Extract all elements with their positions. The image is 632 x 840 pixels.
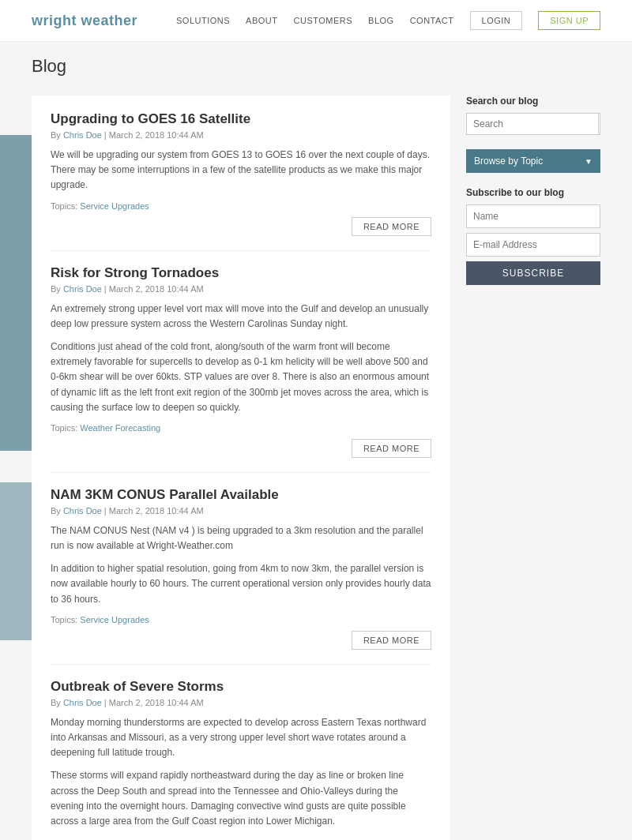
- post-4-body2: These storms will expand rapidly northea…: [51, 768, 431, 829]
- post-1-author[interactable]: Chris Doe: [63, 130, 102, 140]
- browse-dropdown[interactable]: Browse by Topic ▼: [466, 149, 600, 173]
- post-4-meta: By Chris Doe | March 2, 2018 10:44 AM: [51, 698, 431, 707]
- email-input[interactable]: [466, 233, 600, 257]
- post-4-body1: Monday morning thunderstorms are expecte…: [51, 715, 431, 761]
- post-4-body3: Model guidance has converged on a soluti…: [51, 837, 431, 840]
- post-3-topics: Topics: Service Upgrades: [51, 615, 431, 624]
- post-4-author[interactable]: Chris Doe: [63, 698, 102, 707]
- post-1-footer: READ MORE: [51, 217, 431, 236]
- post-3-topic-1[interactable]: Service Upgrades: [80, 615, 149, 624]
- post-1-meta: By Chris Doe | March 2, 2018 10:44 AM: [51, 130, 431, 140]
- blog-post-3: NAM 3KM CONUS Parallel Available By Chri…: [51, 487, 431, 665]
- nav-contact[interactable]: CONTACT: [410, 16, 454, 25]
- post-3-read-more[interactable]: READ MORE: [352, 631, 431, 650]
- logo-text: wright weather: [32, 13, 137, 28]
- post-1-topics-label: Topics:: [51, 201, 77, 211]
- post-4-title: Outbreak of Severe Storms: [51, 679, 431, 695]
- login-button[interactable]: LOGIN: [470, 11, 523, 30]
- post-3-body1: The NAM CONUS Nest (NAM v4 ) is being up…: [51, 523, 431, 553]
- post-1-title: Upgrading to GOES 16 Satellite: [51, 111, 431, 127]
- page-title: Blog: [32, 56, 600, 77]
- post-2-body1: An extremely strong upper level vort max…: [51, 302, 431, 332]
- header: wright weather SOLUTIONS ABOUT CUSTOMERS…: [0, 0, 632, 42]
- subscribe-section: Subscribe to our blog SUBSCRIBE: [466, 187, 600, 285]
- post-2-meta: By Chris Doe | March 2, 2018 10:44 AM: [51, 284, 431, 294]
- search-section-label: Search our blog: [466, 96, 600, 107]
- blog-post-2: Risk for Strong Tornadoes By Chris Doe |…: [51, 265, 431, 473]
- nav-customers[interactable]: CUSTOMERS: [294, 16, 353, 25]
- browse-dropdown-wrapper: Browse by Topic ▼: [466, 149, 600, 173]
- blog-content: Upgrading to GOES 16 Satellite By Chris …: [32, 96, 450, 840]
- post-3-topics-label: Topics:: [51, 615, 77, 624]
- post-1-read-more[interactable]: READ MORE: [352, 217, 431, 236]
- inner-container: Upgrading to GOES 16 Satellite By Chris …: [32, 96, 600, 840]
- blog-post-1: Upgrading to GOES 16 Satellite By Chris …: [51, 111, 431, 251]
- post-2-read-more[interactable]: READ MORE: [352, 439, 431, 458]
- post-3-footer: READ MORE: [51, 631, 431, 650]
- post-2-date: March 2, 2018 10:44 AM: [109, 284, 204, 294]
- post-2-topics: Topics: Weather Forecasting: [51, 423, 431, 433]
- subscribe-button[interactable]: SUBSCRIBE: [466, 261, 600, 285]
- post-1-topic-1[interactable]: Service Upgrades: [80, 201, 149, 211]
- post-1-body: We will be upgrading our system from GOE…: [51, 148, 431, 193]
- post-2-footer: READ MORE: [51, 439, 431, 458]
- search-section: Search our blog 🔍: [466, 96, 600, 135]
- post-2-body2: Conditions just ahead of the cold front,…: [51, 339, 431, 415]
- content-area: Upgrading to GOES 16 Satellite By Chris …: [0, 88, 632, 840]
- dropdown-arrow-icon: ▼: [585, 157, 592, 166]
- post-2-topics-label: Topics:: [51, 423, 77, 433]
- post-4-date: March 2, 2018 10:44 AM: [109, 698, 204, 707]
- post-3-date: March 2, 2018 10:44 AM: [109, 506, 204, 516]
- subscribe-section-label: Subscribe to our blog: [466, 187, 600, 198]
- search-button[interactable]: 🔍: [598, 114, 600, 134]
- blog-post-4: Outbreak of Severe Storms By Chris Doe |…: [51, 679, 431, 840]
- post-2-title: Risk for Strong Tornadoes: [51, 265, 431, 281]
- post-1-date: March 2, 2018 10:44 AM: [109, 130, 204, 140]
- nav-blog[interactable]: BLOG: [368, 16, 394, 25]
- browse-section: Browse by Topic ▼: [466, 149, 600, 173]
- sidebar: Search our blog 🔍 Browse by Topic ▼: [466, 96, 600, 840]
- post-3-body2: In addition to higher spatial resolution…: [51, 561, 431, 607]
- post-2-author[interactable]: Chris Doe: [63, 284, 102, 294]
- name-input[interactable]: [466, 204, 600, 228]
- post-2-topic-1[interactable]: Weather Forecasting: [80, 423, 160, 433]
- search-box: 🔍: [466, 113, 600, 135]
- nav-about[interactable]: ABOUT: [246, 16, 277, 25]
- post-3-author[interactable]: Chris Doe: [63, 506, 102, 516]
- post-1-topics: Topics: Service Upgrades: [51, 201, 431, 211]
- search-input[interactable]: [467, 114, 598, 134]
- main-nav: SOLUTIONS ABOUT CUSTOMERS BLOG CONTACT L…: [176, 11, 600, 30]
- post-3-meta: By Chris Doe | March 2, 2018 10:44 AM: [51, 506, 431, 516]
- post-3-title: NAM 3KM CONUS Parallel Available: [51, 487, 431, 503]
- browse-label: Browse by Topic: [474, 156, 543, 167]
- signup-button[interactable]: SIGN UP: [538, 11, 600, 30]
- content-wrapper: Upgrading to GOES 16 Satellite By Chris …: [0, 88, 632, 840]
- logo: wright weather: [32, 13, 137, 29]
- page-title-bar: Blog: [0, 42, 632, 88]
- nav-solutions[interactable]: SOLUTIONS: [176, 16, 230, 25]
